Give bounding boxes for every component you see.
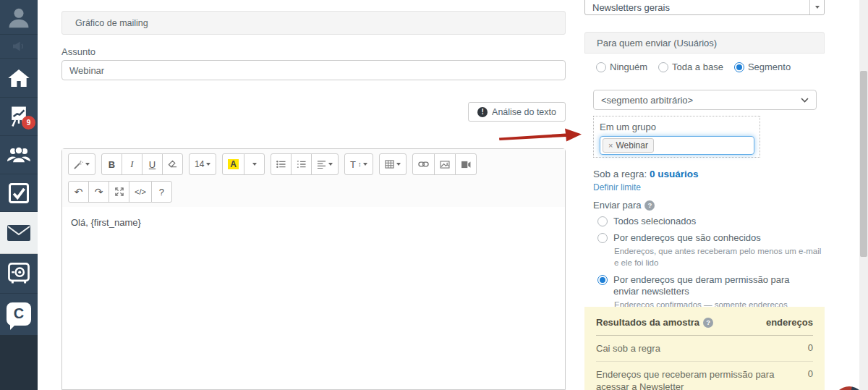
line-height-button[interactable]: T ↕ [344,153,373,175]
rich-text-editor: B I U 14 A [61,148,566,390]
undo-button[interactable]: ↶ [68,181,89,203]
radio-icon[interactable] [597,216,608,226]
mailing-graph-header[interactable]: Gráfico de mailing [61,11,566,35]
subject-label: Assunto [61,46,95,57]
sample-results-header: Resultados da amostra ? endereços [596,314,813,336]
video-icon [461,161,471,169]
radio-option-segment[interactable]: Segmento [734,62,791,72]
sidebar-item-profile[interactable] [0,0,38,35]
sidebar-item-users[interactable] [0,136,38,174]
group-filter-label: Em um grupo [600,122,754,132]
ordered-list-button[interactable] [291,153,312,175]
radio-label: Segmento [748,62,791,72]
help-question-icon[interactable]: ? [644,200,655,211]
italic-button[interactable]: I [122,153,142,175]
caret-down-icon [363,163,367,166]
send-to-text: Enviar para [593,200,641,211]
chevron-down-icon [801,98,809,103]
mail-icon [7,224,31,242]
magic-wand-button[interactable] [68,153,95,175]
fullscreen-button[interactable] [109,181,129,203]
audience-panel-header: Para quem enviar (Usuários) [584,32,825,54]
font-size-value: 14 [195,159,204,169]
page-scrollbar-track[interactable] [859,0,868,390]
define-limit-link[interactable]: Definir limite [593,182,641,192]
send-settings-panel: Newsletters gerais Para quem enviar (Usu… [584,0,825,390]
sidebar-item-announcements[interactable] [0,35,38,59]
send-to-option-known[interactable]: Por endereços que são conhecidos [597,232,823,244]
caret-down-icon [85,163,90,166]
home-icon [7,67,30,89]
analyze-button-label: Análise do texto [492,107,556,117]
sidebar-footer [0,335,38,390]
sample-row-label: Cai sob a regra [596,342,660,355]
radio-checked-icon[interactable] [734,62,744,72]
newsletter-type-select[interactable]: Newsletters gerais [584,0,825,15]
underline-button[interactable]: U [142,153,163,175]
sidebar-item-mail[interactable] [0,212,38,254]
users-icon [7,145,31,164]
sample-row-label: Endereços que receberam permissão para a… [596,368,777,390]
send-to-option-permission[interactable]: Por endereços que deram permissão para e… [597,274,823,297]
font-color-button[interactable]: A [222,153,244,175]
editor-help-button[interactable]: ? [151,181,172,203]
help-question-icon[interactable]: ? [703,318,713,328]
sample-row-value: 0 [808,368,813,390]
send-to-option-all[interactable]: Todos selecionados [597,216,823,227]
font-size-button[interactable]: 14 [189,153,216,175]
unordered-list-button[interactable] [271,153,292,175]
sample-row: Cai sob a regra 0 [596,336,813,362]
sample-column-header: endereços [766,317,813,328]
sidebar-item-chat[interactable]: C [0,294,38,334]
font-color-dropdown[interactable] [244,153,265,175]
subject-input[interactable] [61,60,566,80]
radio-icon[interactable] [597,233,608,243]
radio-option-nobody[interactable]: Ninguém [596,62,647,72]
eraser-icon [168,160,177,169]
select-dropdown-toggle[interactable] [809,0,824,14]
updown-arrows-icon: ↕ [358,161,362,168]
paragraph-align-button[interactable] [311,153,339,175]
option-label: Por endereços que deram permissão para e… [613,274,817,297]
font-color-icon: A [228,159,239,169]
editor-content[interactable]: Olá, {first_name} [62,207,565,238]
text-analysis-button[interactable]: ! Análise do texto [468,102,566,122]
insert-link-button[interactable] [412,153,435,175]
code-view-button[interactable]: </> [129,181,152,203]
magic-wand-icon [74,160,83,169]
user-icon [7,5,31,30]
radio-option-whole-base[interactable]: Toda a base [658,62,723,72]
line-height-icon: T [350,159,356,170]
rule-summary: Sob a regra: 0 usuários [593,169,699,179]
table-icon [385,160,394,169]
bold-button[interactable]: B [101,153,122,175]
sidebar-item-home[interactable] [0,59,38,98]
radio-label: Ninguém [610,62,647,72]
radio-icon[interactable] [596,62,606,72]
caret-down-icon [815,6,820,9]
clear-format-button[interactable] [162,153,183,175]
chat-icon: C [7,302,31,326]
link-icon [418,161,429,168]
group-tag-input[interactable]: × Webinar [600,136,754,155]
sidebar-item-safe[interactable] [0,254,38,294]
sidebar-item-tasks[interactable] [0,174,38,212]
annotation-arrow [498,124,583,145]
sample-row: Endereços que receberam permissão para a… [596,362,813,390]
remove-tag-icon[interactable]: × [608,141,613,150]
insert-image-button[interactable] [434,153,456,175]
insert-video-button[interactable] [455,153,477,175]
segment-select[interactable]: <segmento arbitrário> [593,90,817,110]
page-scrollbar-thumb[interactable] [860,71,867,257]
newsletter-type-value: Newsletters gerais [585,0,809,13]
option-description: Endereços, que antes receberam pelo meno… [614,245,823,268]
radio-checked-icon[interactable] [597,275,608,285]
radio-icon[interactable] [658,62,668,72]
caret-down-icon [252,163,257,166]
sidebar: 9 C [0,0,38,390]
numbered-list-icon [297,160,306,169]
rule-user-count: 0 usuários [650,169,699,179]
table-button[interactable] [379,153,407,175]
sidebar-item-stats[interactable]: 9 [0,98,38,136]
redo-button[interactable]: ↷ [88,181,109,203]
